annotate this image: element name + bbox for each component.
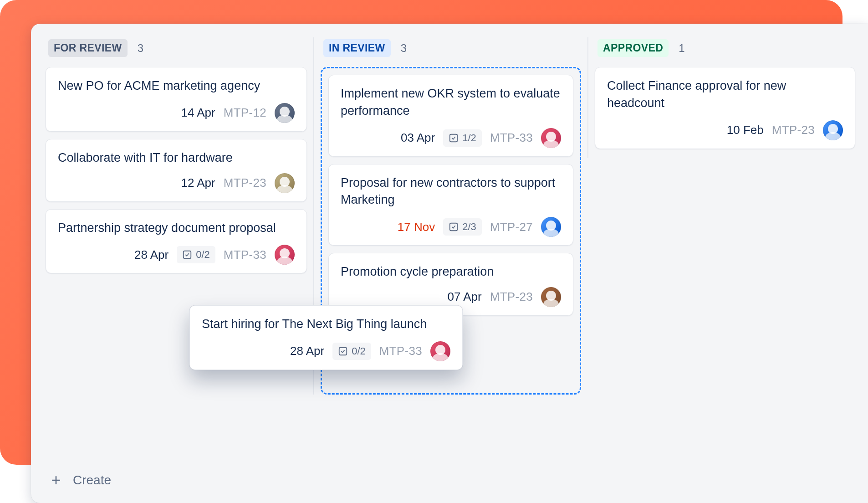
card-meta: 12 Apr MTP-23 — [58, 173, 295, 193]
assignee-avatar[interactable] — [275, 103, 295, 123]
kanban-board: FOR REVIEW 3 New PO for ACME marketing a… — [31, 24, 868, 503]
card-date: 12 Apr — [181, 176, 215, 190]
kanban-card[interactable]: New PO for ACME marketing agency 14 Apr … — [46, 67, 307, 132]
card-meta: 17 Nov 2/3 MTP-27 — [341, 217, 561, 237]
card-meta: 03 Apr 1/2 MTP-33 — [341, 128, 561, 148]
assignee-avatar[interactable] — [275, 173, 295, 193]
kanban-card[interactable]: Implement new OKR system to evaluate per… — [328, 75, 573, 157]
card-key: MTP-23 — [224, 176, 266, 190]
checklist-badge: 0/2 — [177, 246, 215, 263]
column-approved: APPROVED 1 Collect Finance approval for … — [587, 37, 862, 158]
column-count: 3 — [401, 42, 407, 55]
card-date-overdue: 17 Nov — [398, 220, 435, 234]
card-title: Collect Finance approval for new headcou… — [607, 77, 843, 112]
card-title: Proposal for new contractors to support … — [341, 175, 561, 209]
checklist-count: 0/2 — [196, 249, 210, 261]
card-title: Implement new OKR system to evaluate per… — [341, 85, 561, 120]
card-title: New PO for ACME marketing agency — [58, 77, 295, 95]
column-title: IN REVIEW — [323, 39, 391, 57]
card-meta: 14 Apr MTP-12 — [58, 103, 295, 123]
card-meta: 28 Apr 0/2 MTP-33 — [202, 341, 450, 361]
column-title: FOR REVIEW — [48, 39, 128, 57]
card-date: 14 Apr — [181, 106, 215, 120]
card-date: 28 Apr — [290, 344, 324, 358]
checklist-count: 2/3 — [462, 221, 476, 233]
column-header: APPROVED 1 — [595, 37, 855, 67]
card-key: MTP-27 — [490, 220, 533, 234]
checklist-badge: 2/3 — [443, 218, 482, 236]
board-columns: FOR REVIEW 3 New PO for ACME marketing a… — [31, 24, 868, 465]
card-key: MTP-33 — [379, 344, 422, 358]
card-key: MTP-23 — [490, 290, 533, 304]
card-date: 10 Feb — [727, 123, 764, 137]
assignee-avatar[interactable] — [541, 287, 561, 307]
checklist-count: 0/2 — [352, 345, 366, 357]
svg-rect-3 — [339, 348, 347, 355]
assignee-avatar[interactable] — [275, 245, 295, 265]
card-title: Collaborate with IT for hardware — [58, 149, 295, 167]
plus-icon[interactable] — [49, 473, 63, 487]
assignee-avatar[interactable] — [541, 217, 561, 237]
checklist-count: 1/2 — [462, 132, 476, 144]
checklist-icon — [449, 133, 459, 143]
assignee-avatar[interactable] — [823, 120, 843, 140]
card-meta: 07 Apr MTP-23 — [341, 287, 561, 307]
card-key: MTP-12 — [224, 106, 266, 120]
card-date: 28 Apr — [134, 248, 168, 262]
column-title: APPROVED — [597, 39, 669, 57]
svg-rect-2 — [450, 223, 458, 231]
assignee-avatar[interactable] — [430, 341, 450, 361]
checklist-badge: 1/2 — [443, 129, 482, 147]
board-footer: Create — [31, 465, 868, 503]
column-header: IN REVIEW 3 — [321, 37, 581, 67]
card-title: Partnership strategy document proposal — [58, 220, 295, 237]
assignee-avatar[interactable] — [541, 128, 561, 148]
column-count: 1 — [679, 42, 684, 55]
checklist-icon — [449, 222, 459, 232]
checklist-icon — [182, 250, 192, 260]
kanban-card[interactable]: Collect Finance approval for new headcou… — [595, 67, 855, 149]
checklist-icon — [338, 346, 348, 356]
card-key: MTP-33 — [224, 248, 266, 262]
kanban-card[interactable]: Proposal for new contractors to support … — [328, 164, 573, 246]
card-list: Collect Finance approval for new headcou… — [595, 67, 855, 158]
column-count: 3 — [138, 42, 143, 55]
kanban-card[interactable]: Partnership strategy document proposal 2… — [46, 209, 307, 274]
card-meta: 28 Apr 0/2 MTP-33 — [58, 245, 295, 265]
card-date: 03 Apr — [401, 131, 435, 145]
create-button[interactable]: Create — [73, 473, 111, 488]
svg-rect-0 — [184, 251, 191, 259]
column-header: FOR REVIEW 3 — [46, 37, 307, 67]
column-for-review: FOR REVIEW 3 New PO for ACME marketing a… — [39, 37, 313, 282]
card-date: 07 Apr — [448, 290, 482, 304]
kanban-card-dragging[interactable]: Start hiring for The Next Big Thing laun… — [189, 305, 463, 370]
card-title: Start hiring for The Next Big Thing laun… — [202, 316, 450, 333]
card-list: New PO for ACME marketing agency 14 Apr … — [46, 67, 307, 282]
card-key: MTP-33 — [490, 131, 533, 145]
kanban-card[interactable]: Collaborate with IT for hardware 12 Apr … — [46, 139, 307, 202]
svg-rect-1 — [450, 134, 458, 142]
card-title: Promotion cycle preparation — [341, 263, 561, 281]
card-meta: 10 Feb MTP-23 — [607, 120, 843, 140]
card-key: MTP-23 — [772, 123, 815, 137]
checklist-badge: 0/2 — [332, 343, 371, 360]
